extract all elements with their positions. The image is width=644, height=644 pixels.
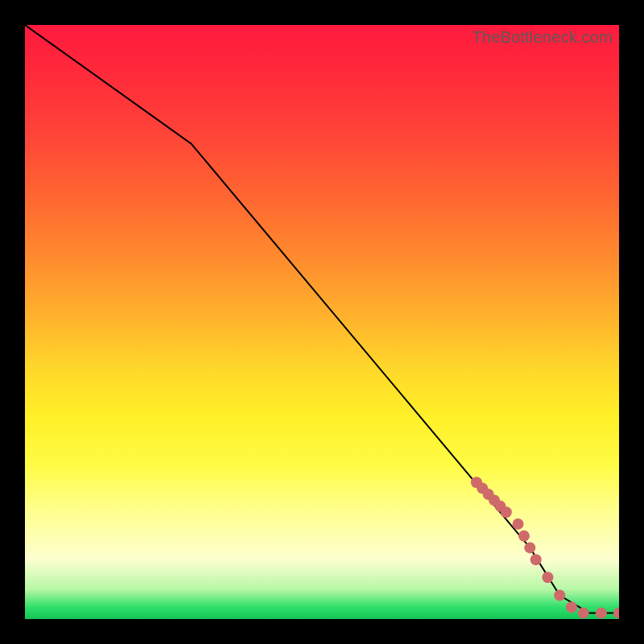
data-point xyxy=(513,518,524,530)
plot-area: TheBottleneck.com xyxy=(25,25,619,619)
bottleneck-curve xyxy=(25,25,619,613)
scatter-dots xyxy=(471,477,619,618)
data-point xyxy=(566,601,577,613)
chart-frame: TheBottleneck.com xyxy=(0,0,644,644)
data-point xyxy=(542,572,553,583)
data-point xyxy=(613,608,619,619)
data-point xyxy=(524,542,535,553)
data-point xyxy=(530,554,542,565)
data-point xyxy=(501,506,512,518)
data-point xyxy=(596,608,607,619)
data-point xyxy=(578,608,589,619)
chart-overlay xyxy=(25,25,619,619)
data-point xyxy=(554,590,565,601)
data-point xyxy=(518,530,530,542)
